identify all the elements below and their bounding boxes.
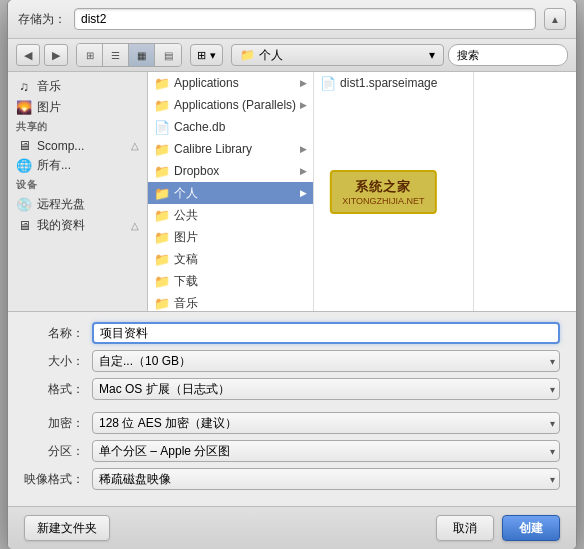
content-area: ♫ 音乐 🌄 图片 共享的 🖥 Scomp... △ 🌐 所有... 设备 💿 …	[8, 72, 576, 312]
partition-label: 分区：	[24, 443, 84, 460]
folder-icon: 📁	[154, 76, 170, 91]
file-label: Applications	[174, 76, 239, 90]
search-input[interactable]	[448, 44, 568, 66]
location-folder-icon: 📁	[240, 48, 255, 62]
size-select-wrapper: 自定...（10 GB） ▾	[92, 350, 560, 372]
arrange-button[interactable]: ⊞ ▾	[190, 44, 223, 66]
image-format-select[interactable]: 稀疏磁盘映像	[92, 468, 560, 490]
sidebar-label-photos: 图片	[37, 99, 61, 116]
list-item[interactable]: 📁 Calibre Library ▶	[148, 138, 313, 160]
sidebar-label-all: 所有...	[37, 157, 71, 174]
folder-icon: 📁	[154, 296, 170, 311]
top-bar: 存储为： ▲	[8, 0, 576, 39]
image-format-label: 映像格式：	[24, 471, 84, 488]
chevron-right-icon: ▶	[300, 144, 307, 154]
file-label: 个人	[174, 185, 198, 202]
list-item[interactable]: 📁 文稿	[148, 248, 313, 270]
sidebar-item-all[interactable]: 🌐 所有...	[8, 155, 147, 176]
folder-icon: 📁	[154, 208, 170, 223]
file-column-2: 📄 dist1.sparseimage	[314, 72, 474, 311]
list-item-selected[interactable]: 📁 个人 ▶	[148, 182, 313, 204]
encryption-label: 加密：	[24, 415, 84, 432]
sidebar: ♫ 音乐 🌄 图片 共享的 🖥 Scomp... △ 🌐 所有... 设备 💿 …	[8, 72, 148, 311]
file-label: 公共	[174, 207, 198, 224]
file-label: 音乐	[174, 295, 198, 312]
name-input[interactable]	[92, 322, 560, 344]
list-item[interactable]: 📁 Dropbox ▶	[148, 160, 313, 182]
sidebar-item-my-data[interactable]: 🖥 我的资料 △	[8, 215, 147, 236]
file-label: Calibre Library	[174, 142, 252, 156]
scomp-icon: 🖥	[16, 138, 32, 153]
sidebar-label-remote-disk: 远程光盘	[37, 196, 85, 213]
new-folder-button[interactable]: 新建文件夹	[24, 515, 110, 541]
photos-icon: 🌄	[16, 100, 32, 115]
file-label: Cache.db	[174, 120, 225, 134]
list-item[interactable]: 📁 下载	[148, 270, 313, 292]
expand-button[interactable]: ▲	[544, 8, 566, 30]
file-icon: 📄	[154, 120, 170, 135]
size-row: 大小： 自定...（10 GB） ▾	[24, 350, 560, 372]
sparse-image-icon: 📄	[320, 76, 336, 91]
sidebar-item-music[interactable]: ♫ 音乐	[8, 76, 147, 97]
format-select-wrapper: Mac OS 扩展（日志式） ▾	[92, 378, 560, 400]
format-select[interactable]: Mac OS 扩展（日志式）	[92, 378, 560, 400]
saveas-input[interactable]	[74, 8, 536, 30]
location-label: 个人	[259, 47, 283, 64]
sidebar-label-scomp: Scomp...	[37, 139, 84, 153]
view-coverflow-button[interactable]: ▤	[155, 44, 181, 66]
partition-row: 分区： 单个分区 – Apple 分区图 ▾	[24, 440, 560, 462]
sidebar-item-photos[interactable]: 🌄 图片	[8, 97, 147, 118]
saveas-label: 存储为：	[18, 11, 66, 28]
encryption-select-wrapper: 128 位 AES 加密（建议） ▾	[92, 412, 560, 434]
folder-icon: 📁	[154, 274, 170, 289]
format-row: 格式： Mac OS 扩展（日志式） ▾	[24, 378, 560, 400]
list-item[interactable]: 📁 公共	[148, 204, 313, 226]
list-item[interactable]: 📄 Cache.db	[148, 116, 313, 138]
folder-icon: 📁	[154, 186, 170, 201]
image-format-row: 映像格式： 稀疏磁盘映像 ▾	[24, 468, 560, 490]
sidebar-item-scomp[interactable]: 🖥 Scomp... △	[8, 136, 147, 155]
image-format-select-wrapper: 稀疏磁盘映像 ▾	[92, 468, 560, 490]
location-select[interactable]: 📁 个人 ▾	[231, 44, 444, 66]
folder-icon: 📁	[154, 252, 170, 267]
encryption-select[interactable]: 128 位 AES 加密（建议）	[92, 412, 560, 434]
size-select[interactable]: 自定...（10 GB）	[92, 350, 560, 372]
folder-icon: 📁	[154, 230, 170, 245]
partition-select[interactable]: 单个分区 – Apple 分区图	[92, 440, 560, 462]
file-column-1: 📁 Applications ▶ 📁 Applications (Paralle…	[148, 72, 314, 311]
file-label: dist1.sparseimage	[340, 76, 437, 90]
cancel-button[interactable]: 取消	[436, 515, 494, 541]
form-area: 名称： 大小： 自定...（10 GB） ▾ 格式： Mac OS 扩展（日志式…	[8, 312, 576, 506]
create-button[interactable]: 创建	[502, 515, 560, 541]
my-data-icon: 🖥	[16, 218, 32, 233]
name-label: 名称：	[24, 325, 84, 342]
chevron-right-icon: ▶	[300, 78, 307, 88]
file-label: 图片	[174, 229, 198, 246]
chevron-right-icon: ▶	[300, 100, 307, 110]
devices-section-label: 设备	[8, 176, 147, 194]
view-list-button[interactable]: ☰	[103, 44, 129, 66]
scomp-eject-icon[interactable]: △	[131, 140, 139, 151]
list-item[interactable]: 📁 Applications ▶	[148, 72, 313, 94]
folder-icon: 📁	[154, 142, 170, 157]
my-data-eject-icon[interactable]: △	[131, 220, 139, 231]
location-arrow: ▾	[429, 48, 435, 62]
bottom-buttons: 新建文件夹 取消 创建	[8, 506, 576, 549]
list-item[interactable]: 📁 Applications (Parallels) ▶	[148, 94, 313, 116]
back-button[interactable]: ◀	[16, 44, 40, 66]
toolbar: ◀ ▶ ⊞ ☰ ▦ ▤ ⊞ ▾ 📁 个人 ▾	[8, 39, 576, 72]
list-item[interactable]: 📁 音乐	[148, 292, 313, 311]
sidebar-item-remote-disk[interactable]: 💿 远程光盘	[8, 194, 147, 215]
view-icon-button[interactable]: ⊞	[77, 44, 103, 66]
folder-icon: 📁	[154, 164, 170, 179]
forward-button[interactable]: ▶	[44, 44, 68, 66]
list-item[interactable]: 📄 dist1.sparseimage	[314, 72, 473, 94]
list-item[interactable]: 📁 图片	[148, 226, 313, 248]
save-dialog: 存储为： ▲ ◀ ▶ ⊞ ☰ ▦ ▤ ⊞ ▾ 📁 个人 ▾ ♫ 音乐	[7, 0, 577, 549]
chevron-right-icon: ▶	[300, 188, 307, 198]
remote-disk-icon: 💿	[16, 197, 32, 212]
size-label: 大小：	[24, 353, 84, 370]
file-label: Applications (Parallels)	[174, 98, 296, 112]
file-browser: 📁 Applications ▶ 📁 Applications (Paralle…	[148, 72, 576, 311]
view-column-button[interactable]: ▦	[129, 44, 155, 66]
